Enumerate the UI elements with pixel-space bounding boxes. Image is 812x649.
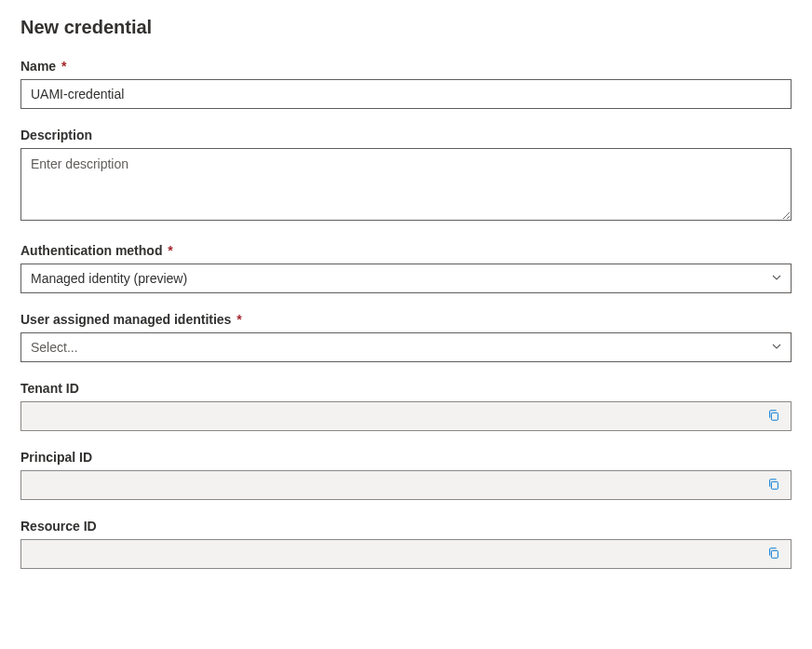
resource-id-readonly <box>20 539 792 569</box>
copy-principal-id-button[interactable] <box>763 474 785 496</box>
svg-rect-2 <box>771 550 778 558</box>
field-tenant-id: Tenant ID <box>20 381 792 431</box>
field-description: Description <box>20 128 792 224</box>
svg-rect-0 <box>771 412 778 420</box>
field-resource-id: Resource ID <box>20 519 792 569</box>
tenant-id-readonly <box>20 401 792 431</box>
label-auth-method-text: Authentication method <box>20 243 162 258</box>
label-name: Name * <box>20 59 792 74</box>
label-uami: User assigned managed identities * <box>20 312 792 327</box>
label-resource-id: Resource ID <box>20 519 792 534</box>
label-principal-id-text: Principal ID <box>20 450 92 465</box>
field-auth-method: Authentication method * Managed identity… <box>20 243 792 293</box>
label-principal-id: Principal ID <box>20 450 792 465</box>
auth-method-select[interactable]: Managed identity (preview) <box>20 264 792 293</box>
field-name: Name * <box>20 59 792 109</box>
page-title: New credential <box>20 17 792 38</box>
label-description-text: Description <box>20 128 92 142</box>
auth-method-value: Managed identity (preview) <box>31 271 187 286</box>
uami-placeholder: Select... <box>31 340 78 355</box>
field-principal-id: Principal ID <box>20 450 792 500</box>
uami-select[interactable]: Select... <box>20 332 792 362</box>
principal-id-readonly <box>20 470 792 500</box>
description-input[interactable] <box>20 148 792 221</box>
required-marker: * <box>168 243 172 258</box>
field-uami: User assigned managed identities * Selec… <box>20 312 792 362</box>
copy-icon <box>767 478 780 494</box>
label-tenant-id-text: Tenant ID <box>20 381 79 396</box>
label-auth-method: Authentication method * <box>20 243 792 258</box>
required-marker: * <box>61 59 66 74</box>
label-description: Description <box>20 128 792 142</box>
label-uami-text: User assigned managed identities <box>20 312 231 327</box>
required-marker: * <box>237 312 241 327</box>
copy-icon <box>767 547 780 562</box>
label-resource-id-text: Resource ID <box>20 519 97 534</box>
name-input[interactable] <box>20 79 792 109</box>
copy-icon <box>767 409 780 425</box>
label-name-text: Name <box>20 59 56 74</box>
label-tenant-id: Tenant ID <box>20 381 792 396</box>
copy-tenant-id-button[interactable] <box>763 405 785 427</box>
copy-resource-id-button[interactable] <box>763 543 785 565</box>
svg-rect-1 <box>771 481 778 489</box>
